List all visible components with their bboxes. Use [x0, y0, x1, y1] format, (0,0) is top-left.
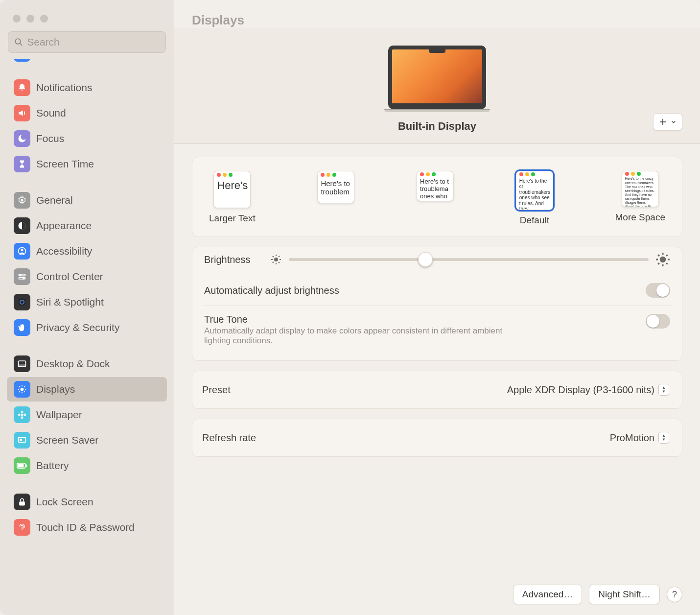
resolution-option-3[interactable]: Here's to the cr troublemakers. ones who…: [516, 171, 553, 226]
sidebar-item-battery[interactable]: Battery: [7, 453, 167, 478]
resolution-option-2[interactable]: Here's to t troublema ones who: [417, 171, 454, 217]
bell-icon: [14, 79, 30, 96]
advanced-button[interactable]: Advanced…: [513, 585, 583, 604]
resolution-thumb: Here's to t troublema ones who: [417, 171, 454, 201]
sidebar-item-label: Network: [36, 59, 74, 62]
fingerprint-icon: [14, 519, 30, 536]
resolution-label: [335, 208, 337, 219]
sidebar-item-label: Screen Time: [36, 158, 94, 170]
sidebar-item-lock-screen[interactable]: Lock Screen: [7, 490, 167, 514]
refresh-rate-select[interactable]: ProMotion ▲▼: [607, 430, 672, 446]
sun-icon: [14, 381, 30, 398]
window-controls: [0, 15, 174, 31]
sidebar-item-label: Focus: [36, 133, 64, 144]
svg-point-11: [19, 299, 26, 306]
resolution-option-1[interactable]: Here's to troublem: [317, 171, 354, 219]
minimize-window[interactable]: [26, 15, 34, 23]
sidebar-item-sound[interactable]: Sound: [7, 101, 167, 125]
sidebar-item-network[interactable]: Network: [7, 59, 167, 64]
svg-line-21: [24, 391, 25, 392]
sidebar-item-focus[interactable]: Focus: [7, 126, 167, 151]
sidebar-item-label: Privacy & Security: [36, 322, 119, 333]
svg-line-53: [658, 263, 659, 264]
gear-icon: [14, 192, 30, 209]
svg-point-6: [21, 249, 23, 251]
sidebar-item-general[interactable]: General: [7, 188, 167, 213]
sidebar: NetworkNotificationsSoundFocusScreen Tim…: [0, 0, 174, 615]
sidebar-item-appearance[interactable]: Appearance: [7, 213, 167, 238]
screensaver-icon: [14, 432, 30, 449]
svg-point-46: [660, 257, 666, 263]
globe-icon: [14, 59, 30, 62]
preset-value: Apple XDR Display (P3-1600 nits): [507, 384, 654, 396]
night-shift-button[interactable]: Night Shift…: [589, 585, 660, 604]
sidebar-item-accessibility[interactable]: Accessibility: [7, 239, 167, 263]
resolution-option-0[interactable]: Here'sLarger Text: [209, 171, 256, 224]
resolution-label: [434, 206, 436, 217]
sidebar-item-screen-time[interactable]: Screen Time: [7, 152, 167, 176]
svg-point-26: [21, 416, 23, 419]
svg-line-42: [272, 256, 273, 257]
sidebar-item-privacy-security[interactable]: Privacy & Security: [7, 315, 167, 340]
footer: Advanced… Night Shift… ?: [174, 579, 700, 615]
svg-point-37: [274, 258, 278, 261]
svg-line-45: [279, 256, 280, 257]
help-button[interactable]: ?: [667, 587, 682, 602]
updown-icon: ▲▼: [658, 432, 669, 444]
add-display-button[interactable]: [653, 113, 682, 131]
svg-point-9: [20, 274, 21, 276]
brightness-panel: Brightness Automatically adjust brightne…: [192, 247, 682, 361]
brightness-low-icon: [270, 254, 282, 265]
search-field[interactable]: [8, 31, 166, 53]
svg-point-28: [23, 414, 26, 416]
true-tone-toggle[interactable]: [646, 314, 670, 329]
preset-select[interactable]: Apple XDR Display (P3-1600 nits) ▲▼: [504, 382, 672, 398]
svg-point-25: [21, 411, 23, 413]
brightness-slider[interactable]: [289, 258, 649, 261]
flower-icon: [14, 406, 30, 423]
preset-label: Preset: [202, 384, 231, 396]
close-window[interactable]: [13, 15, 21, 23]
preset-row: Preset Apple XDR Display (P3-1600 nits) …: [192, 371, 682, 409]
switches-icon: [14, 268, 30, 285]
sidebar-item-label: Control Center: [36, 271, 103, 283]
sidebar-item-label: Appearance: [36, 220, 92, 232]
svg-point-24: [21, 414, 23, 416]
sidebar-item-siri-spotlight[interactable]: Siri & Spotlight: [7, 290, 167, 314]
main: Displays Built-in Display Here'sLarger T…: [174, 0, 700, 615]
resolution-label: More Space: [615, 212, 665, 223]
sidebar-item-desktop-dock[interactable]: Desktop & Dock: [7, 352, 167, 376]
sidebar-item-displays[interactable]: Displays: [7, 377, 167, 402]
sidebar-item-control-center[interactable]: Control Center: [7, 264, 167, 289]
sidebar-item-label: Displays: [36, 383, 75, 395]
svg-point-30: [20, 439, 22, 441]
search-icon: [14, 37, 23, 47]
sidebar-item-notifications[interactable]: Notifications: [7, 75, 167, 100]
resolution-thumb: Here's to the crazy one troublemakers. T…: [622, 171, 659, 207]
true-tone-label: True Tone: [204, 314, 508, 325]
sidebar-item-wallpaper[interactable]: Wallpaper: [7, 402, 167, 427]
svg-line-43: [279, 262, 280, 263]
sidebar-item-screen-saver[interactable]: Screen Saver: [7, 428, 167, 452]
sidebar-item-label: Sound: [36, 107, 66, 119]
true-tone-description: Automatically adapt display to make colo…: [204, 326, 508, 346]
hourglass-icon: [14, 156, 30, 172]
svg-line-1: [20, 44, 22, 46]
search-input[interactable]: [27, 36, 160, 48]
svg-line-52: [666, 263, 668, 264]
siri-icon: [14, 294, 30, 310]
sidebar-item-label: Desktop & Dock: [36, 358, 110, 370]
sidebar-item-label: Battery: [36, 460, 69, 472]
display-preview: Built-in Display: [174, 28, 700, 144]
person-icon: [14, 243, 30, 260]
sidebar-item-touch-id-password[interactable]: Touch ID & Password: [7, 515, 167, 540]
refresh-rate-row: Refresh rate ProMotion ▲▼: [192, 419, 682, 457]
sidebar-item-label: Touch ID & Password: [36, 521, 135, 533]
resolution-option-4[interactable]: Here's to the crazy one troublemakers. T…: [615, 171, 665, 223]
display-thumbnail[interactable]: [383, 46, 491, 112]
speaker-icon: [14, 105, 30, 121]
auto-brightness-toggle[interactable]: [646, 283, 670, 298]
svg-line-44: [272, 262, 273, 263]
zoom-window[interactable]: [40, 15, 48, 23]
sidebar-item-label: Screen Saver: [36, 434, 98, 446]
